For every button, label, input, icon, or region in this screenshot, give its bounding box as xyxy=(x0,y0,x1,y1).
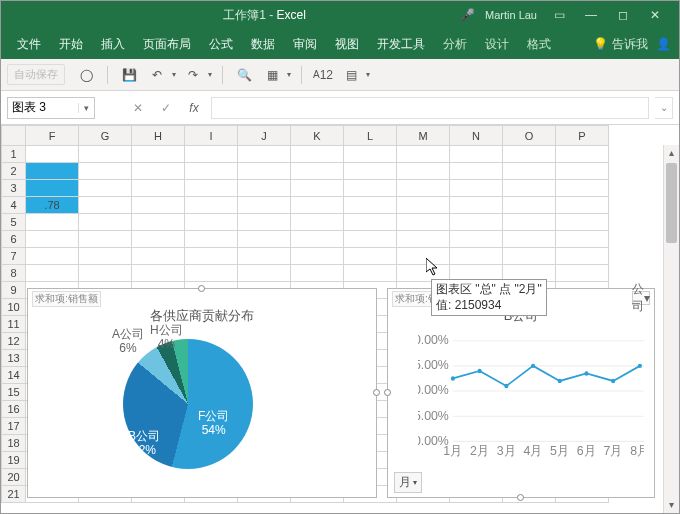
pie-chart[interactable]: 求和项:销售额 各供应商贡献分布 A公司6% H公司4% B公司32% F公司5… xyxy=(27,288,377,498)
cell[interactable] xyxy=(556,163,609,180)
cell[interactable] xyxy=(344,180,397,197)
preview-icon[interactable]: 🔍 xyxy=(233,64,255,86)
col-header[interactable]: G xyxy=(79,126,132,146)
cell[interactable] xyxy=(344,214,397,231)
tab-analyze[interactable]: 分析 xyxy=(435,30,475,59)
cell[interactable] xyxy=(132,146,185,163)
enter-icon[interactable]: ✓ xyxy=(155,101,177,115)
chart-filter-button[interactable]: 公司 ▾ xyxy=(632,291,650,305)
fx-icon[interactable]: fx xyxy=(183,101,205,115)
col-header[interactable]: O xyxy=(503,126,556,146)
line-plot-area[interactable]: 0.00%5.00%10.00%15.00%20.00%1月2月3月4月5月6月… xyxy=(418,334,644,457)
cell[interactable] xyxy=(26,248,79,265)
close-button[interactable]: ✕ xyxy=(639,8,671,22)
cell[interactable] xyxy=(132,214,185,231)
cell[interactable] xyxy=(291,197,344,214)
autosave-toggle[interactable]: 自动保存 xyxy=(7,64,65,85)
cell[interactable] xyxy=(26,214,79,231)
line-chart[interactable]: 求和项:销售额 公司 ▾ B公司 0.00%5.00%10.00%15.00%2… xyxy=(387,288,655,498)
col-header[interactable]: H xyxy=(132,126,185,146)
cell[interactable] xyxy=(397,146,450,163)
cell[interactable] xyxy=(344,231,397,248)
cell[interactable] xyxy=(397,231,450,248)
tab-data[interactable]: 数据 xyxy=(243,30,283,59)
resize-handle[interactable] xyxy=(384,389,391,396)
col-header[interactable]: P xyxy=(556,126,609,146)
row-header[interactable]: 4 xyxy=(2,197,26,214)
cell[interactable] xyxy=(291,231,344,248)
resize-handle[interactable] xyxy=(517,494,524,501)
cell[interactable] xyxy=(397,248,450,265)
cell[interactable] xyxy=(503,214,556,231)
row-header[interactable]: 16 xyxy=(2,401,26,418)
cell[interactable] xyxy=(238,197,291,214)
row-header[interactable]: 11 xyxy=(2,316,26,333)
cell[interactable] xyxy=(556,180,609,197)
col-header[interactable]: K xyxy=(291,126,344,146)
cell[interactable] xyxy=(291,248,344,265)
row-header[interactable]: 12 xyxy=(2,333,26,350)
cell[interactable] xyxy=(556,214,609,231)
col-header[interactable]: L xyxy=(344,126,397,146)
row-header[interactable]: 17 xyxy=(2,418,26,435)
cell[interactable] xyxy=(185,231,238,248)
cell[interactable] xyxy=(132,265,185,282)
cell[interactable] xyxy=(450,197,503,214)
table-icon[interactable]: ▤ xyxy=(340,64,362,86)
cell[interactable] xyxy=(450,214,503,231)
cell[interactable] xyxy=(291,180,344,197)
tell-me[interactable]: 💡告诉我 xyxy=(593,36,648,53)
cell[interactable] xyxy=(26,146,79,163)
cell[interactable] xyxy=(344,163,397,180)
cell[interactable] xyxy=(503,163,556,180)
resize-handle[interactable] xyxy=(373,389,380,396)
cell[interactable] xyxy=(79,248,132,265)
cell[interactable] xyxy=(291,163,344,180)
row-header[interactable]: 20 xyxy=(2,469,26,486)
cell[interactable] xyxy=(291,214,344,231)
cell[interactable] xyxy=(397,163,450,180)
cell[interactable] xyxy=(503,231,556,248)
ribbon-display-icon[interactable]: ▭ xyxy=(543,8,575,22)
tab-format[interactable]: 格式 xyxy=(519,30,559,59)
row-header[interactable]: 8 xyxy=(2,265,26,282)
cell[interactable] xyxy=(344,197,397,214)
cell[interactable]: .78 xyxy=(26,197,79,214)
scroll-thumb[interactable] xyxy=(666,163,677,243)
cell[interactable] xyxy=(132,163,185,180)
subscript-icon[interactable]: A12 xyxy=(312,64,334,86)
cell[interactable] xyxy=(556,146,609,163)
row-header[interactable]: 1 xyxy=(2,146,26,163)
scroll-up-icon[interactable]: ▴ xyxy=(664,145,679,161)
undo-icon[interactable]: ↶ xyxy=(146,64,168,86)
row-header[interactable]: 10 xyxy=(2,299,26,316)
cell[interactable] xyxy=(238,146,291,163)
tab-formulas[interactable]: 公式 xyxy=(201,30,241,59)
mic-icon[interactable]: 🎤 xyxy=(460,8,475,22)
cell[interactable] xyxy=(450,163,503,180)
cell[interactable] xyxy=(79,214,132,231)
cell[interactable] xyxy=(132,231,185,248)
scroll-down-icon[interactable]: ▾ xyxy=(664,497,679,513)
name-box-input[interactable] xyxy=(8,101,78,115)
row-header[interactable]: 19 xyxy=(2,452,26,469)
cell[interactable] xyxy=(397,214,450,231)
tab-insert[interactable]: 插入 xyxy=(93,30,133,59)
name-box[interactable]: ▾ xyxy=(7,97,95,119)
cell[interactable] xyxy=(185,146,238,163)
tab-file[interactable]: 文件 xyxy=(9,30,49,59)
cell[interactable] xyxy=(26,265,79,282)
cell[interactable] xyxy=(185,248,238,265)
row-header[interactable]: 15 xyxy=(2,384,26,401)
cell[interactable] xyxy=(79,265,132,282)
cell[interactable] xyxy=(556,197,609,214)
resize-handle[interactable] xyxy=(198,285,205,292)
row-header[interactable]: 21 xyxy=(2,486,26,503)
undo-dropdown[interactable]: ▾ xyxy=(172,70,176,79)
cancel-icon[interactable]: ✕ xyxy=(127,101,149,115)
worksheet-grid[interactable]: FGHIJKLMNOP1234.785678910111213141516171… xyxy=(1,125,679,513)
row-header[interactable]: 5 xyxy=(2,214,26,231)
cell[interactable] xyxy=(132,180,185,197)
cell[interactable] xyxy=(556,265,609,282)
cell[interactable] xyxy=(291,146,344,163)
